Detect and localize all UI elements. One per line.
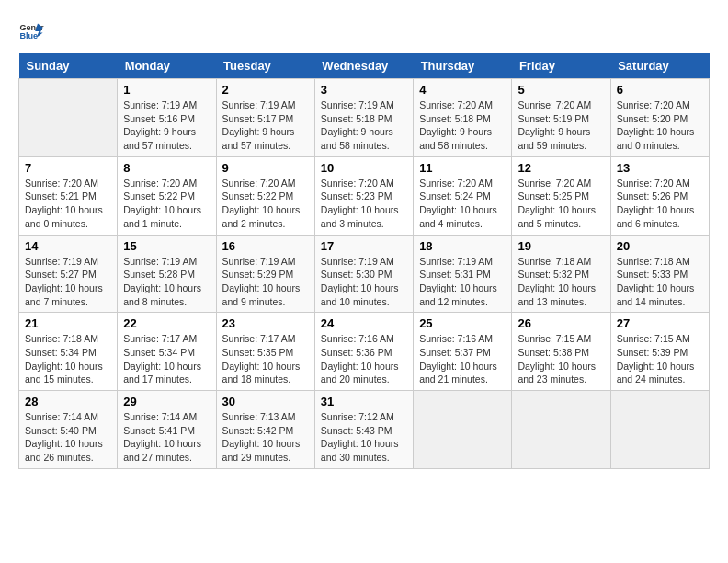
- day-number: 13: [617, 161, 703, 175]
- day-number: 2: [222, 83, 309, 97]
- day-number: 18: [419, 239, 506, 253]
- day-info: Sunrise: 7:18 AM Sunset: 5:34 PM Dayligh…: [25, 332, 111, 386]
- day-number: 22: [123, 316, 210, 330]
- day-info: Sunrise: 7:15 AM Sunset: 5:39 PM Dayligh…: [617, 332, 703, 386]
- day-info: Sunrise: 7:20 AM Sunset: 5:26 PM Dayligh…: [617, 177, 703, 231]
- day-info: Sunrise: 7:17 AM Sunset: 5:34 PM Dayligh…: [123, 332, 210, 386]
- day-info: Sunrise: 7:20 AM Sunset: 5:20 PM Dayligh…: [617, 98, 703, 153]
- day-info: Sunrise: 7:14 AM Sunset: 5:40 PM Dayligh…: [25, 410, 111, 465]
- day-info: Sunrise: 7:19 AM Sunset: 5:30 PM Dayligh…: [321, 255, 407, 309]
- day-number: 21: [25, 316, 111, 330]
- calendar-cell: 3Sunrise: 7:19 AM Sunset: 5:18 PM Daylig…: [314, 79, 413, 157]
- day-number: 19: [518, 239, 604, 253]
- calendar-cell: 2Sunrise: 7:19 AM Sunset: 5:17 PM Daylig…: [216, 79, 314, 157]
- calendar-week-4: 21Sunrise: 7:18 AM Sunset: 5:34 PM Dayli…: [19, 313, 710, 391]
- day-info: Sunrise: 7:20 AM Sunset: 5:23 PM Dayligh…: [321, 177, 407, 231]
- day-info: Sunrise: 7:14 AM Sunset: 5:41 PM Dayligh…: [123, 410, 210, 465]
- calendar-cell: 6Sunrise: 7:20 AM Sunset: 5:20 PM Daylig…: [610, 79, 709, 157]
- calendar-week-5: 28Sunrise: 7:14 AM Sunset: 5:40 PM Dayli…: [19, 391, 710, 469]
- page-header: General Blue: [18, 18, 710, 44]
- day-number: 4: [419, 83, 506, 97]
- calendar-cell: 18Sunrise: 7:19 AM Sunset: 5:31 PM Dayli…: [414, 235, 512, 313]
- logo-icon: General Blue: [18, 18, 44, 44]
- day-info: Sunrise: 7:18 AM Sunset: 5:32 PM Dayligh…: [518, 255, 604, 309]
- column-header-tuesday: Tuesday: [216, 53, 314, 79]
- calendar-cell: 24Sunrise: 7:16 AM Sunset: 5:36 PM Dayli…: [314, 313, 413, 391]
- day-info: Sunrise: 7:19 AM Sunset: 5:18 PM Dayligh…: [321, 98, 407, 153]
- column-header-friday: Friday: [512, 53, 610, 79]
- calendar-cell: 4Sunrise: 7:20 AM Sunset: 5:18 PM Daylig…: [414, 79, 512, 157]
- day-info: Sunrise: 7:19 AM Sunset: 5:31 PM Dayligh…: [419, 255, 506, 309]
- day-info: Sunrise: 7:17 AM Sunset: 5:35 PM Dayligh…: [222, 332, 309, 386]
- calendar-cell: 7Sunrise: 7:20 AM Sunset: 5:21 PM Daylig…: [19, 156, 118, 235]
- calendar-table: SundayMondayTuesdayWednesdayThursdayFrid…: [18, 53, 710, 469]
- day-number: 10: [321, 161, 407, 175]
- day-number: 26: [518, 316, 604, 330]
- calendar-cell: 30Sunrise: 7:13 AM Sunset: 5:42 PM Dayli…: [216, 391, 314, 469]
- day-number: 28: [25, 395, 111, 408]
- day-number: 24: [321, 316, 407, 330]
- day-info: Sunrise: 7:20 AM Sunset: 5:24 PM Dayligh…: [419, 177, 506, 231]
- calendar-cell: 8Sunrise: 7:20 AM Sunset: 5:22 PM Daylig…: [118, 156, 216, 235]
- day-info: Sunrise: 7:20 AM Sunset: 5:18 PM Dayligh…: [419, 98, 506, 153]
- day-number: 15: [123, 239, 210, 253]
- calendar-cell: 11Sunrise: 7:20 AM Sunset: 5:24 PM Dayli…: [414, 156, 512, 235]
- calendar-cell: 5Sunrise: 7:20 AM Sunset: 5:19 PM Daylig…: [512, 79, 610, 157]
- day-info: Sunrise: 7:16 AM Sunset: 5:36 PM Dayligh…: [321, 332, 407, 386]
- calendar-week-1: 1Sunrise: 7:19 AM Sunset: 5:16 PM Daylig…: [19, 79, 710, 157]
- calendar-cell: [512, 391, 610, 469]
- calendar-cell: [414, 391, 512, 469]
- calendar-week-3: 14Sunrise: 7:19 AM Sunset: 5:27 PM Dayli…: [19, 235, 710, 313]
- calendar-cell: 23Sunrise: 7:17 AM Sunset: 5:35 PM Dayli…: [216, 313, 314, 391]
- day-info: Sunrise: 7:15 AM Sunset: 5:38 PM Dayligh…: [518, 332, 604, 386]
- calendar-cell: 10Sunrise: 7:20 AM Sunset: 5:23 PM Dayli…: [314, 156, 413, 235]
- column-header-monday: Monday: [118, 53, 216, 79]
- column-header-sunday: Sunday: [19, 53, 118, 79]
- day-number: 16: [222, 239, 309, 253]
- day-number: 1: [123, 83, 210, 97]
- day-number: 29: [123, 395, 210, 408]
- calendar-cell: 9Sunrise: 7:20 AM Sunset: 5:22 PM Daylig…: [216, 156, 314, 235]
- column-header-wednesday: Wednesday: [314, 53, 413, 79]
- day-number: 8: [123, 161, 210, 175]
- day-number: 12: [518, 161, 604, 175]
- day-info: Sunrise: 7:19 AM Sunset: 5:28 PM Dayligh…: [123, 255, 210, 309]
- day-number: 3: [321, 83, 407, 97]
- calendar-cell: 31Sunrise: 7:12 AM Sunset: 5:43 PM Dayli…: [314, 391, 413, 469]
- day-info: Sunrise: 7:20 AM Sunset: 5:25 PM Dayligh…: [518, 177, 604, 231]
- day-info: Sunrise: 7:20 AM Sunset: 5:21 PM Dayligh…: [25, 177, 111, 231]
- day-number: 14: [25, 239, 111, 253]
- calendar-week-2: 7Sunrise: 7:20 AM Sunset: 5:21 PM Daylig…: [19, 156, 710, 235]
- day-info: Sunrise: 7:20 AM Sunset: 5:19 PM Dayligh…: [518, 98, 604, 153]
- calendar-cell: 26Sunrise: 7:15 AM Sunset: 5:38 PM Dayli…: [512, 313, 610, 391]
- day-number: 7: [25, 161, 111, 175]
- day-number: 27: [617, 316, 703, 330]
- calendar-cell: 1Sunrise: 7:19 AM Sunset: 5:16 PM Daylig…: [118, 79, 216, 157]
- calendar-cell: 15Sunrise: 7:19 AM Sunset: 5:28 PM Dayli…: [118, 235, 216, 313]
- calendar-cell: 21Sunrise: 7:18 AM Sunset: 5:34 PM Dayli…: [19, 313, 118, 391]
- days-header-row: SundayMondayTuesdayWednesdayThursdayFrid…: [19, 53, 710, 79]
- calendar-cell: [19, 79, 118, 157]
- calendar-cell: 14Sunrise: 7:19 AM Sunset: 5:27 PM Dayli…: [19, 235, 118, 313]
- day-info: Sunrise: 7:19 AM Sunset: 5:17 PM Dayligh…: [222, 98, 309, 153]
- calendar-cell: 25Sunrise: 7:16 AM Sunset: 5:37 PM Dayli…: [414, 313, 512, 391]
- day-number: 23: [222, 316, 309, 330]
- day-number: 20: [617, 239, 703, 253]
- svg-text:Blue: Blue: [19, 31, 38, 40]
- calendar-cell: 28Sunrise: 7:14 AM Sunset: 5:40 PM Dayli…: [19, 391, 118, 469]
- day-info: Sunrise: 7:20 AM Sunset: 5:22 PM Dayligh…: [222, 177, 309, 231]
- calendar-cell: 29Sunrise: 7:14 AM Sunset: 5:41 PM Dayli…: [118, 391, 216, 469]
- day-info: Sunrise: 7:19 AM Sunset: 5:29 PM Dayligh…: [222, 255, 309, 309]
- day-info: Sunrise: 7:13 AM Sunset: 5:42 PM Dayligh…: [222, 410, 309, 465]
- calendar-cell: 27Sunrise: 7:15 AM Sunset: 5:39 PM Dayli…: [610, 313, 709, 391]
- calendar-cell: 19Sunrise: 7:18 AM Sunset: 5:32 PM Dayli…: [512, 235, 610, 313]
- day-number: 11: [419, 161, 506, 175]
- calendar-cell: [610, 391, 709, 469]
- calendar-cell: 20Sunrise: 7:18 AM Sunset: 5:33 PM Dayli…: [610, 235, 709, 313]
- calendar-cell: 13Sunrise: 7:20 AM Sunset: 5:26 PM Dayli…: [610, 156, 709, 235]
- day-number: 6: [617, 83, 703, 97]
- day-info: Sunrise: 7:18 AM Sunset: 5:33 PM Dayligh…: [617, 255, 703, 309]
- day-info: Sunrise: 7:16 AM Sunset: 5:37 PM Dayligh…: [419, 332, 506, 386]
- day-info: Sunrise: 7:19 AM Sunset: 5:16 PM Dayligh…: [123, 98, 210, 153]
- day-number: 17: [321, 239, 407, 253]
